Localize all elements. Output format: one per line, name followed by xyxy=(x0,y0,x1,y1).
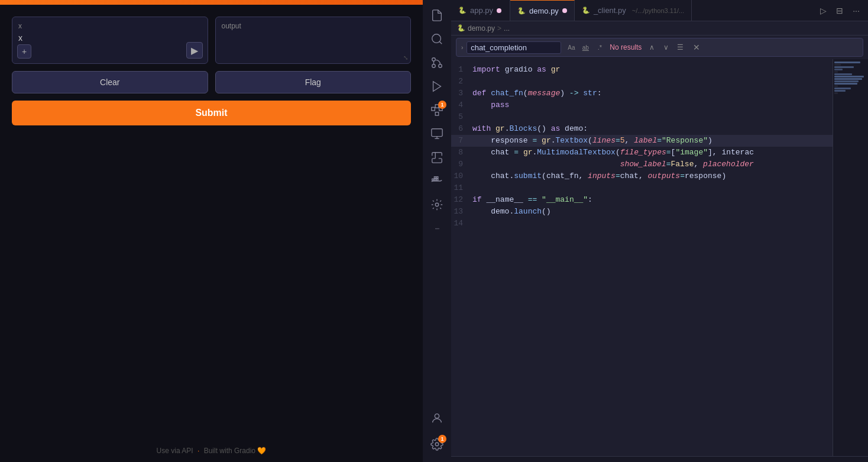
input-label: x xyxy=(18,22,202,30)
tab-demo-dot xyxy=(562,8,567,13)
editor-area: 🐍 app.py 🐍 demo.py 🐍 _client.py ~/.../py… xyxy=(451,0,868,462)
input-output-row: x + ▶ output ⤡ xyxy=(12,17,411,64)
tab-app-py[interactable]: 🐍 app.py xyxy=(451,0,510,21)
send-icon: ▶ xyxy=(191,45,198,56)
minimap-content xyxy=(834,62,867,454)
submit-button[interactable]: Submit xyxy=(12,101,411,125)
editor-main: 1 import gradio as gr 2 3 def chat_fn(me… xyxy=(451,59,868,456)
svg-point-21 xyxy=(435,442,439,446)
code-line-2: 2 xyxy=(451,76,833,88)
extensions-badge: 1 xyxy=(438,101,446,109)
match-case-button[interactable]: Aa xyxy=(565,41,578,54)
find-expand-button[interactable]: › xyxy=(461,44,463,51)
code-editor[interactable]: 1 import gradio as gr 2 3 def chat_fn(me… xyxy=(451,59,833,456)
code-line-11: 11 xyxy=(451,182,833,194)
run-debug-icon[interactable] xyxy=(426,76,448,97)
svg-rect-14 xyxy=(432,179,434,180)
code-line-12: 12 if __name__ == "__main__": xyxy=(451,194,833,206)
top-bar xyxy=(0,0,423,5)
python-icon-2: 🐍 xyxy=(517,7,526,15)
svg-rect-18 xyxy=(436,177,438,179)
svg-point-2 xyxy=(439,64,442,68)
vscode-panel: 1 ··· xyxy=(423,0,868,462)
editor-scrollbar[interactable] xyxy=(451,456,868,462)
svg-point-3 xyxy=(432,58,436,62)
find-navigation: ∧ ∨ ☰ xyxy=(645,41,686,54)
clear-button[interactable]: Clear xyxy=(12,71,208,93)
svg-rect-10 xyxy=(435,112,439,116)
breadcrumb: 🐍 demo.py > ... xyxy=(451,21,868,35)
add-button[interactable]: + xyxy=(17,44,31,59)
tab-bar: 🐍 app.py 🐍 demo.py 🐍 _client.py ~/.../py… xyxy=(451,0,868,21)
output-box: output ⤡ xyxy=(215,17,412,64)
remote-explorer-icon[interactable] xyxy=(426,123,448,144)
input-actions: + xyxy=(17,44,31,59)
clear-flag-row: Clear Flag xyxy=(12,71,411,93)
copilot-icon[interactable] xyxy=(426,194,448,215)
tab-app-label: app.py xyxy=(470,6,493,15)
svg-point-20 xyxy=(435,414,439,418)
code-line-13: 13 demo.launch() xyxy=(451,206,833,218)
breadcrumb-filename: demo.py xyxy=(468,24,495,33)
output-label: output xyxy=(222,22,405,30)
files-icon[interactable] xyxy=(426,5,448,26)
code-line-5: 5 xyxy=(451,111,833,123)
svg-marker-6 xyxy=(433,82,441,92)
tab-bar-actions: ▷ ⊟ ··· xyxy=(811,0,868,21)
tab-modified-dot xyxy=(497,8,501,13)
built-text: Built with Gradio xyxy=(204,447,255,455)
breadcrumb-separator: > xyxy=(497,24,501,33)
gradio-footer: Use via API · Built with Gradio 🧡 xyxy=(0,447,423,455)
find-input[interactable] xyxy=(467,41,561,54)
source-control-icon[interactable] xyxy=(426,52,448,73)
code-line-6: 6 with gr.Blocks() as demo: xyxy=(451,123,833,135)
find-prev-button[interactable]: ∧ xyxy=(645,41,658,54)
search-icon[interactable] xyxy=(426,28,448,50)
svg-rect-16 xyxy=(436,179,438,180)
svg-rect-15 xyxy=(434,179,436,180)
tab-client-py[interactable]: 🐍 _client.py ~/.../python3.11/... xyxy=(575,0,692,21)
code-line-14: 14 xyxy=(451,218,833,230)
svg-line-1 xyxy=(439,41,442,44)
input-field[interactable] xyxy=(18,33,178,43)
more-icon[interactable]: ··· xyxy=(426,218,448,239)
gradio-panel: x + ▶ output ⤡ Clear Flag xyxy=(0,0,423,462)
gradio-content: x + ▶ output ⤡ Clear Flag xyxy=(0,5,423,462)
tab-client-path: ~/.../python3.11/... xyxy=(632,7,684,14)
find-options: Aa ab .* xyxy=(565,41,606,54)
whole-word-button[interactable]: ab xyxy=(579,41,592,54)
regex-button[interactable]: .* xyxy=(593,41,606,54)
activity-bar: 1 ··· xyxy=(423,0,451,462)
more-actions-button[interactable]: ··· xyxy=(849,4,863,18)
find-no-results: No results xyxy=(610,43,642,51)
find-select-all-button[interactable]: ☰ xyxy=(673,41,686,54)
svg-rect-17 xyxy=(434,177,436,179)
find-close-button[interactable]: ✕ xyxy=(690,41,703,54)
find-next-button[interactable]: ∨ xyxy=(659,41,672,54)
account-icon[interactable] xyxy=(426,408,448,429)
extensions-icon[interactable]: 1 xyxy=(426,99,448,121)
code-line-10: 10 chat.submit(chat_fn, inputs=chat, out… xyxy=(451,170,833,182)
testing-icon[interactable] xyxy=(426,147,448,168)
send-button[interactable]: ▶ xyxy=(186,42,203,59)
svg-point-19 xyxy=(435,203,439,206)
resize-handle[interactable]: ⤡ xyxy=(403,54,408,61)
code-line-9: 9 show_label=False, placeholder xyxy=(451,159,833,170)
split-editor-button[interactable]: ⊟ xyxy=(833,4,847,18)
svg-rect-11 xyxy=(432,129,442,137)
api-text: Use via API xyxy=(157,447,193,455)
settings-icon[interactable]: 1 xyxy=(426,434,448,455)
tab-client-label: _client.py xyxy=(594,6,626,15)
code-line-4: 4 pass xyxy=(451,99,833,111)
docker-icon[interactable] xyxy=(426,170,448,192)
svg-point-4 xyxy=(432,64,436,68)
code-line-3: 3 def chat_fn(message) -> str: xyxy=(451,88,833,99)
code-line-7: 7 response = gr.Textbox(lines=5, label="… xyxy=(451,135,833,147)
tab-demo-py[interactable]: 🐍 demo.py xyxy=(510,0,575,21)
flag-button[interactable]: Flag xyxy=(215,71,412,93)
code-line-1: 1 import gradio as gr xyxy=(451,64,833,76)
activity-bottom: 1 xyxy=(426,408,448,455)
run-button[interactable]: ▷ xyxy=(816,4,830,18)
svg-rect-7 xyxy=(432,107,435,111)
svg-point-0 xyxy=(432,34,441,43)
